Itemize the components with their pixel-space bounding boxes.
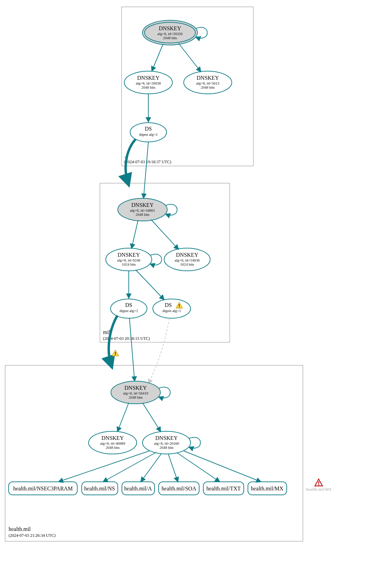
svg-text:DNSKEY: DNSKEY <box>102 435 124 441</box>
svg-text:2048 bits: 2048 bits <box>136 212 150 217</box>
dnssec-graph: . (2024-07-03 19:18:37 UTC) DNSKEY alg=8… <box>0 0 376 588</box>
svg-text:alg=8, id=9246: alg=8, id=9246 <box>117 258 140 262</box>
edge-zsk2-mx <box>184 451 261 482</box>
svg-text:DNSKEY: DNSKEY <box>125 385 147 391</box>
error-icon <box>315 479 322 486</box>
zone-time-healthmil: (2024-07-03 21:26:34 UTC) <box>9 533 56 538</box>
node-mil-ds2[interactable]: DS digest alg=2 <box>111 299 147 318</box>
svg-text:alg=8, id=20160: alg=8, id=20160 <box>154 441 179 445</box>
svg-text:health.mil/TXT: health.mil/TXT <box>206 486 241 491</box>
edge-hmksk-zsk1 <box>117 403 129 432</box>
edge-zsk2-a <box>141 454 161 482</box>
edge-milds1-hmksk-dashed <box>148 318 169 384</box>
rrset-txt[interactable]: health.mil/TXT <box>203 482 244 495</box>
zone-time-root: (2024-07-03 19:18:37 UTC) <box>124 159 171 164</box>
svg-text:health.mil/NS: health.mil/NS <box>84 486 115 491</box>
zone-label-healthmil: health.mil <box>9 526 31 532</box>
node-hm-zsk1[interactable]: DNSKEY alg=8, id=46989 2048 bits <box>89 431 137 454</box>
svg-text:DNSKEY: DNSKEY <box>132 202 154 208</box>
edge-hmksk-zsk2 <box>143 403 161 432</box>
svg-text:DS: DS <box>145 126 152 132</box>
svg-text:alg=8, id=20038: alg=8, id=20038 <box>136 81 161 85</box>
svg-text:2048 bits: 2048 bits <box>160 445 174 450</box>
svg-text:2048 bits: 2048 bits <box>163 36 177 40</box>
svg-text:alg=8, id=16801: alg=8, id=16801 <box>130 208 155 212</box>
svg-text:DS: DS <box>125 302 132 308</box>
node-mil-zsk1[interactable]: DNSKEY alg=8, id=9246 1024 bits <box>106 248 152 271</box>
svg-text:health.mil/SOA: health.mil/SOA <box>162 486 196 491</box>
edge-rootds-milksk <box>144 142 148 198</box>
edge-zsk2-soa <box>168 454 178 482</box>
svg-text:DNSKEY: DNSKEY <box>118 252 140 258</box>
svg-text:alg=8, id=56419: alg=8, id=56419 <box>123 391 148 395</box>
edge-milzsk1-ds1 <box>136 270 164 300</box>
svg-text:2048 bits: 2048 bits <box>106 445 120 450</box>
svg-text:DNSKEY: DNSKEY <box>197 75 219 81</box>
svg-text:DNSKEY: DNSKEY <box>156 435 178 441</box>
svg-text:digest alg=1: digest alg=1 <box>162 309 181 313</box>
edge-zsk2-ns <box>103 452 156 482</box>
rrset-mx[interactable]: health.mil/MX <box>248 482 287 495</box>
node-mil-ds1[interactable]: DS digest alg=1 <box>153 299 191 318</box>
edge-milksk-zsk2 <box>151 220 179 249</box>
node-hm-ksk[interactable]: DNSKEY alg=8, id=56419 2048 bits <box>111 381 160 404</box>
svg-text:health.mil/MX: health.mil/MX <box>306 487 332 492</box>
edge-rootksk-zsk1 <box>152 44 163 71</box>
node-root-ksk[interactable]: DNSKEY alg=8, id=20326 2048 bits <box>143 20 197 45</box>
svg-text:2048 bits: 2048 bits <box>141 85 156 89</box>
svg-text:DNSKEY: DNSKEY <box>137 75 160 81</box>
rrset-nsec3param[interactable]: health.mil/NSEC3PARAM <box>9 482 77 495</box>
svg-text:alg=8, id=5613: alg=8, id=5613 <box>196 81 219 85</box>
rrset-soa[interactable]: health.mil/SOA <box>159 482 199 495</box>
node-root-zsk2[interactable]: DNSKEY alg=8, id=5613 2048 bits <box>184 71 232 94</box>
zone-label-root: . <box>124 153 126 158</box>
edge-milds2-hmksk <box>129 318 135 381</box>
node-root-ds[interactable]: DS digest alg=2 <box>130 123 167 142</box>
warning-icon <box>112 350 119 356</box>
svg-text:alg=8, id=20326: alg=8, id=20326 <box>158 32 183 36</box>
svg-text:1024 bits: 1024 bits <box>180 262 194 266</box>
edge-milksk-zsk1 <box>132 220 138 248</box>
svg-text:DNSKEY: DNSKEY <box>159 25 181 31</box>
edge-rootksk-zsk2 <box>179 43 201 72</box>
svg-text:health.mil/NSEC3PARAM: health.mil/NSEC3PARAM <box>13 486 72 491</box>
svg-text:health.mil/A: health.mil/A <box>124 486 152 491</box>
rrset-a[interactable]: health.mil/A <box>122 482 155 495</box>
svg-text:2048 bits: 2048 bits <box>129 395 143 399</box>
svg-text:digest alg=2: digest alg=2 <box>139 132 158 136</box>
svg-text:alg=8, id=46989: alg=8, id=46989 <box>100 441 125 445</box>
edge-zsk2-nsec3param <box>58 451 149 482</box>
svg-text:alg=8, id=54036: alg=8, id=54036 <box>175 258 200 262</box>
node-mil-zsk2[interactable]: DNSKEY alg=8, id=54036 1024 bits <box>164 248 210 271</box>
svg-text:DNSKEY: DNSKEY <box>176 252 198 258</box>
svg-text:1024 bits: 1024 bits <box>122 262 136 266</box>
svg-text:health.mil/MX: health.mil/MX <box>251 486 284 491</box>
svg-text:digest alg=2: digest alg=2 <box>119 309 138 313</box>
node-mil-ksk[interactable]: DNSKEY alg=8, id=16801 2048 bits <box>118 198 167 221</box>
node-root-zsk1[interactable]: DNSKEY alg=8, id=20038 2048 bits <box>124 71 172 94</box>
svg-text:2048 bits: 2048 bits <box>201 85 215 89</box>
node-hm-zsk2[interactable]: DNSKEY alg=8, id=20160 2048 bits <box>143 431 191 454</box>
svg-text:DS: DS <box>165 302 172 308</box>
rrset-mx-error[interactable]: health.mil/MX <box>306 479 332 492</box>
rrset-ns[interactable]: health.mil/NS <box>82 482 118 495</box>
